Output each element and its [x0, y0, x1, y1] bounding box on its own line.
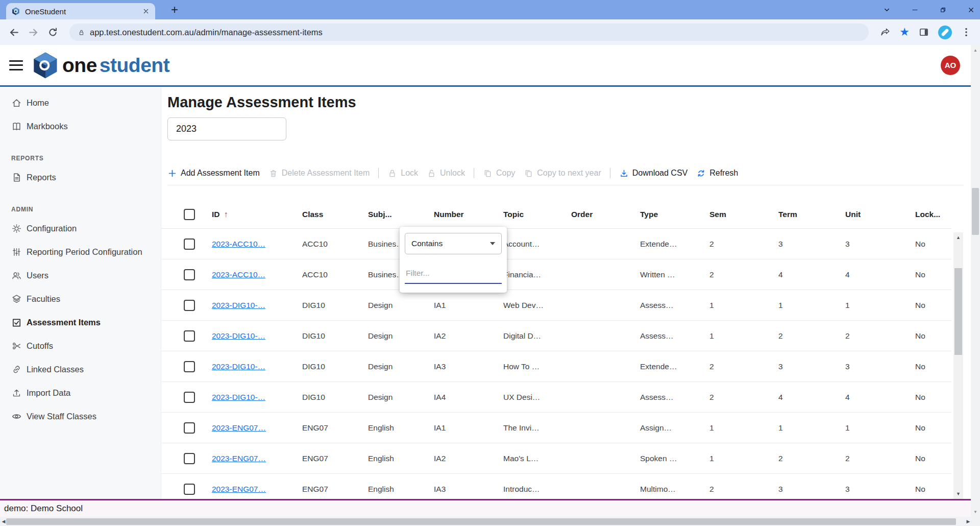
assessment-id-link[interactable]: 2023-DIG10-…: [212, 393, 265, 401]
cell-id: 2023-DIG10-…: [212, 362, 302, 371]
assessment-id-link[interactable]: 2023-ENG07…: [212, 485, 266, 493]
scrollbar-corner: [972, 517, 980, 526]
vertical-scrollbar[interactable]: ▲ ▼: [971, 45, 980, 517]
window-close-icon[interactable]: [967, 6, 975, 14]
sidebar-item-markbooks[interactable]: Markbooks: [0, 114, 161, 138]
cell-type: Assess…: [640, 331, 709, 341]
row-checkbox-cell: [161, 300, 212, 311]
assessment-id-link[interactable]: 2023-DIG10-…: [212, 331, 265, 340]
refresh-button[interactable]: Refresh: [696, 169, 738, 178]
scroll-up-icon[interactable]: ▲: [971, 46, 980, 54]
reload-icon[interactable]: [47, 27, 59, 38]
bookmark-star-icon[interactable]: ★: [899, 26, 910, 39]
cell-term: 2: [778, 331, 845, 341]
tab-search-icon[interactable]: [883, 6, 891, 14]
row-checkbox[interactable]: [184, 361, 195, 372]
cell-subject: Design: [368, 362, 434, 371]
column-header-id[interactable]: ID↑: [212, 210, 302, 219]
sidebar-item-reporting-period-configuration[interactable]: Reporting Period Configuration: [0, 240, 161, 264]
sidebar-item-cutoffs[interactable]: Cutoffs: [0, 334, 161, 357]
row-checkbox[interactable]: [184, 422, 195, 434]
cell-unit: 2: [845, 331, 915, 341]
sidebar-item-users[interactable]: Users: [0, 264, 161, 287]
table-scrollbar[interactable]: ▲ ▼: [953, 232, 963, 499]
address-bar[interactable]: app.test.onestudent.com.au/admin/manage-…: [69, 23, 869, 41]
browser-menu-icon[interactable]: [961, 27, 972, 38]
table-row: 2023-DIG10-…DIG10DesignIA4UX Desi…Assess…: [161, 382, 951, 413]
column-header-term[interactable]: Term: [778, 210, 845, 219]
extension-icon[interactable]: [938, 26, 952, 39]
sidebar-item-configuration[interactable]: Configuration: [0, 217, 161, 240]
assessment-id-link[interactable]: 2023-ENG07…: [212, 423, 266, 432]
horizontal-scrollbar[interactable]: ◀ ▶: [0, 517, 972, 526]
unlock-button: Unlock: [427, 169, 465, 178]
column-header-class[interactable]: Class: [302, 210, 368, 219]
assessment-id-link[interactable]: 2023-ENG07…: [212, 454, 266, 463]
sidebar-item-import-data[interactable]: Import Data: [0, 381, 161, 404]
sidebar-item-assessment-items[interactable]: Assessment Items: [0, 310, 161, 334]
sidebar-item-view-staff-classes[interactable]: View Staff Classes: [0, 404, 161, 428]
sidebar-item-home[interactable]: Home: [0, 91, 161, 114]
download-csv-button[interactable]: Download CSV: [619, 169, 688, 178]
column-header-unit[interactable]: Unit: [845, 210, 915, 219]
row-checkbox[interactable]: [184, 330, 195, 342]
row-checkbox[interactable]: [184, 453, 195, 464]
sidebar-item-reports[interactable]: Reports: [0, 165, 161, 189]
column-header-lock[interactable]: Lock...: [915, 210, 951, 219]
scroll-right-icon[interactable]: ▶: [965, 517, 972, 526]
sidebar-item-linked-classes[interactable]: Linked Classes: [0, 357, 161, 381]
vertical-scrollbar-thumb[interactable]: [972, 188, 979, 235]
assessment-id-link[interactable]: 2023-DIG10-…: [212, 362, 265, 371]
row-checkbox[interactable]: [184, 269, 195, 280]
row-checkbox[interactable]: [184, 238, 195, 250]
table-scrollbar-thumb[interactable]: [954, 268, 962, 355]
column-header-type[interactable]: Type: [640, 210, 709, 219]
add-assessment-item-button[interactable]: Add Assessment Item: [167, 169, 260, 178]
column-header-order[interactable]: Order: [571, 210, 640, 219]
cell-term: 4: [778, 270, 845, 279]
unlock-icon: [427, 169, 436, 178]
year-input[interactable]: [167, 117, 286, 140]
side-panel-icon[interactable]: [918, 27, 929, 38]
window-restore-icon[interactable]: [939, 6, 947, 14]
copy-icon: [483, 169, 493, 178]
assessment-id-link[interactable]: 2023-ACC10…: [212, 240, 265, 248]
row-checkbox-cell: [161, 453, 212, 464]
table-row: 2023-DIG10-…DIG10DesignIA1Web Dev…Assess…: [161, 290, 951, 321]
sidebar-item-label: Users: [27, 271, 48, 280]
tab-close-icon[interactable]: [142, 7, 150, 15]
select-all-checkbox[interactable]: [184, 209, 195, 220]
new-tab-button[interactable]: +: [168, 4, 181, 16]
user-avatar[interactable]: AO: [941, 56, 960, 75]
scroll-up-icon[interactable]: ▲: [953, 232, 963, 243]
row-checkbox[interactable]: [184, 484, 195, 495]
cell-number: IA1: [434, 423, 503, 433]
window-minimize-icon[interactable]: [911, 6, 919, 14]
cell-topic: Mao's L…: [503, 454, 571, 463]
column-header-number[interactable]: Number: [434, 210, 503, 219]
secure-lock-icon[interactable]: [78, 29, 85, 36]
assessment-id-link[interactable]: 2023-ACC10…: [212, 270, 265, 279]
cell-term: 3: [778, 362, 845, 371]
copy-button: Copy: [483, 169, 515, 178]
row-checkbox[interactable]: [184, 300, 195, 311]
column-filter-input[interactable]: [405, 264, 502, 284]
cell-unit: 3: [845, 362, 915, 371]
row-checkbox[interactable]: [184, 392, 195, 403]
cell-topic: Digital D…: [503, 331, 571, 341]
hamburger-menu-icon[interactable]: [9, 60, 23, 70]
share-icon[interactable]: [879, 27, 891, 38]
scroll-down-icon[interactable]: ▼: [953, 489, 963, 499]
browser-tab[interactable]: OneStudent: [6, 3, 155, 19]
forward-icon[interactable]: [28, 27, 39, 38]
back-icon[interactable]: [8, 27, 20, 38]
scroll-down-icon[interactable]: ▼: [971, 508, 980, 516]
onestudent-logo[interactable]: onestudent: [32, 52, 169, 79]
sidebar-item-faculties[interactable]: Faculties: [0, 287, 161, 310]
assessment-id-link[interactable]: 2023-DIG10-…: [212, 301, 265, 309]
filter-operator-select[interactable]: Contains: [405, 233, 502, 254]
column-header-subj[interactable]: Subj...: [368, 210, 434, 219]
column-header-topic[interactable]: Topic: [503, 210, 571, 219]
column-header-sem[interactable]: Sem: [709, 210, 778, 219]
horizontal-scrollbar-thumb[interactable]: [6, 518, 956, 525]
